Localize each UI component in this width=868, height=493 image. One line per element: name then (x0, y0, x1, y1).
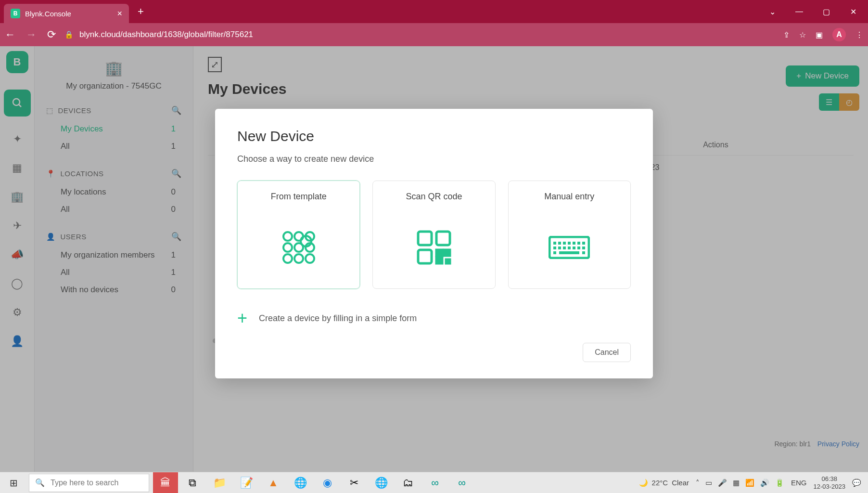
plus-icon: + (796, 71, 801, 81)
cube-icon: ⬚ (46, 106, 53, 115)
url-field[interactable]: 🔒 blynk.cloud/dashboard/1638/global/filt… (64, 30, 775, 39)
system-tray: ˄ ▭ 🎤 ▦ 📶 🔊 🔋 (696, 479, 784, 487)
org-block[interactable]: 🏢 My organization - 7545GC (35, 55, 193, 101)
taskbar-edge-icon[interactable]: ◉ (315, 472, 340, 493)
chevron-up-icon[interactable]: ˄ (696, 479, 700, 487)
option-scan-qr[interactable]: Scan QR code (372, 181, 495, 289)
taskbar-vlc-icon[interactable]: ▲ (261, 472, 286, 493)
circle-icon[interactable]: ◯ (11, 277, 23, 290)
volume-icon[interactable]: 🔊 (760, 479, 769, 487)
taskbar-arduino2-icon[interactable]: ∞ (449, 472, 474, 493)
reload-icon[interactable]: ⟳ (47, 28, 56, 41)
battery-icon[interactable]: 🔋 (775, 479, 784, 487)
search-icon[interactable]: 🔍 (171, 105, 182, 116)
back-icon[interactable]: ← (5, 28, 15, 41)
gear-icon[interactable]: ⚙ (13, 306, 22, 319)
grid-icon[interactable]: ▦ (12, 162, 22, 174)
profile-avatar[interactable]: A (832, 28, 846, 41)
svg-rect-28 (558, 246, 561, 249)
sidebar-item-my-locations[interactable]: My locations 0 (35, 183, 193, 201)
weather-temp: 22°C (652, 479, 668, 487)
weather-icon: 🌙 (639, 479, 648, 487)
app-shell: B ✦ ▦ 🏢 ✈ 📣 ◯ ⚙ 👤 🏢 My organization - 75… (0, 46, 868, 472)
taskbar-weather[interactable]: 🌙 22°C Clear (639, 479, 689, 487)
browser-tab[interactable]: B Blynk.Console × (4, 4, 129, 23)
weather-cond: Clear (672, 479, 689, 487)
search-icon: 🔍 (35, 478, 45, 487)
qr-icon (373, 231, 495, 264)
mic-icon[interactable]: 🎤 (718, 479, 727, 487)
sidebar-item-no-devices[interactable]: With no devices 0 (35, 281, 193, 298)
share-icon[interactable]: ⇪ (783, 30, 790, 39)
wifi-icon[interactable]: 📶 (745, 479, 754, 487)
user-icon: 👤 (46, 233, 56, 241)
meet-icon[interactable]: ▦ (733, 479, 740, 487)
cancel-button[interactable]: Cancel (583, 343, 631, 362)
taskbar-notepad-icon[interactable]: 📝 (234, 472, 259, 493)
org-name: My organization - 7545GC (66, 81, 161, 91)
taskbar-app[interactable]: 🏛 (153, 472, 178, 493)
sidebar-item-label: All (61, 205, 70, 214)
sidebar-item-all-devices[interactable]: All 1 (35, 138, 193, 155)
sidebar-item-org-members[interactable]: My organization members 1 (35, 246, 193, 264)
chevron-down-icon[interactable]: ⌄ (761, 2, 783, 21)
sidebar-item-all-locations[interactable]: All 0 (35, 201, 193, 218)
sidebar-item-my-devices[interactable]: My Devices 1 (35, 120, 193, 138)
svg-rect-25 (577, 242, 580, 245)
megaphone-icon[interactable]: 📣 (11, 248, 24, 261)
sidebar-item-label: With no devices (61, 285, 118, 295)
option-manual-entry[interactable]: Manual entry (508, 181, 631, 289)
search-icon[interactable]: 🔍 (171, 232, 182, 242)
taskbar-chrome2-icon[interactable]: 🌐 (369, 472, 394, 493)
forward-icon[interactable]: → (26, 28, 37, 41)
taskbar-clock[interactable]: 06:38 12-03-2023 (814, 475, 846, 490)
maximize-icon[interactable]: ▢ (815, 2, 837, 21)
kebab-icon[interactable]: ⋮ (855, 30, 863, 39)
search-icon[interactable]: 🔍 (171, 169, 182, 179)
region-label: Region: blr1 (774, 440, 811, 448)
brand-logo[interactable]: B (6, 51, 28, 73)
sidebar-item-count: 0 (171, 187, 176, 197)
sparkle-icon[interactable]: ✦ (13, 133, 22, 145)
notifications-icon[interactable]: 💬 (852, 479, 861, 487)
svg-rect-23 (568, 242, 571, 245)
user-icon[interactable]: 👤 (11, 335, 24, 348)
svg-rect-20 (553, 242, 556, 245)
sidebar-item-label: All (61, 142, 70, 151)
new-tab-button[interactable]: + (138, 5, 144, 18)
svg-rect-32 (577, 246, 580, 249)
rail-search-icon[interactable] (4, 90, 31, 117)
reader-icon[interactable]: ▣ (816, 30, 823, 39)
page-title: My Devices (208, 81, 854, 97)
expand-icon[interactable]: ⤢ (208, 57, 222, 72)
sidebar-item-count: 1 (171, 250, 176, 260)
tab-close-icon[interactable]: × (117, 9, 122, 19)
start-button[interactable]: ⊞ (0, 472, 27, 493)
taskbar-chrome-icon[interactable]: 🌐 (288, 472, 313, 493)
minimize-icon[interactable]: ― (788, 2, 810, 21)
form-line-label: Create a device by filling in a simple f… (259, 313, 417, 324)
bookmark-icon[interactable]: ☆ (799, 30, 806, 39)
timeline-view-button[interactable]: ◴ (839, 93, 859, 111)
taskbar-lang[interactable]: ENG (791, 479, 807, 487)
section-locations: 📍 LOCATIONS 🔍 (35, 164, 193, 183)
taskbar-files-icon[interactable]: 🗂 (396, 472, 421, 493)
taskbar-search[interactable]: 🔍 Type here to search (29, 474, 149, 492)
svg-rect-26 (582, 242, 585, 245)
taskbar-taskview-icon[interactable]: ⧉ (180, 472, 205, 493)
list-view-button[interactable]: ☰ (819, 93, 839, 111)
new-device-button[interactable]: + New Device (786, 65, 859, 87)
sidebar-item-all-users[interactable]: All 1 (35, 264, 193, 281)
create-form-line[interactable]: + Create a device by filling in a simple… (237, 308, 631, 328)
svg-rect-24 (573, 242, 575, 245)
building-icon[interactable]: 🏢 (11, 191, 24, 203)
drive-icon[interactable]: ▭ (705, 479, 712, 487)
close-icon[interactable]: ✕ (842, 2, 864, 21)
tab-favicon: B (11, 9, 20, 18)
taskbar-explorer-icon[interactable]: 📁 (207, 472, 232, 493)
taskbar-arduino-icon[interactable]: ∞ (422, 472, 447, 493)
privacy-link[interactable]: Privacy Policy (817, 440, 859, 448)
option-from-template[interactable]: From template (237, 181, 360, 289)
taskbar-snip-icon[interactable]: ✂ (342, 472, 367, 493)
send-icon[interactable]: ✈ (13, 220, 22, 232)
